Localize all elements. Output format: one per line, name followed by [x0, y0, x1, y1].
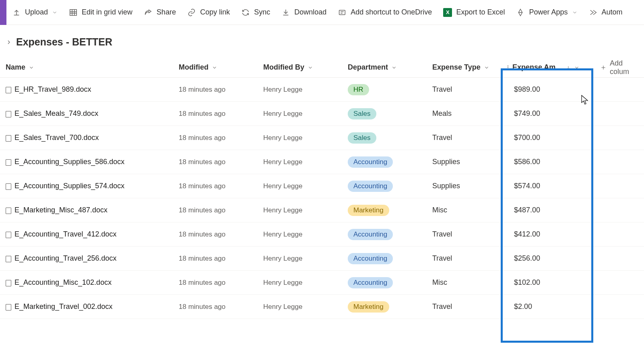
power-apps-button[interactable]: Power Apps: [510, 0, 583, 25]
column-grip-icon: [507, 63, 509, 72]
department-cell: Marketing: [342, 301, 427, 313]
file-name: E_Accounting_Supplies_574.docx: [14, 182, 124, 190]
col-modified-label: Modified: [179, 63, 208, 72]
grid-icon: [69, 8, 78, 17]
command-bar: Upload Edit in grid view Share Copy link…: [0, 0, 644, 25]
modified-by-cell: Henry Legge: [258, 158, 342, 166]
col-name[interactable]: Name: [0, 63, 173, 72]
edit-grid-label: Edit in grid view: [82, 8, 132, 16]
file-name-cell[interactable]: E_Accounting_Misc_102.docx: [0, 278, 173, 287]
upload-icon: [12, 8, 21, 17]
table-row[interactable]: E_Marketing_Travel_002.docx18 minutes ag…: [0, 295, 644, 319]
table-row[interactable]: E_Accounting_Misc_102.docx18 minutes ago…: [0, 271, 644, 295]
file-name-cell[interactable]: E_Marketing_Travel_002.docx: [0, 302, 173, 311]
document-icon: [6, 86, 11, 93]
brand-color-stub: [0, 0, 6, 25]
add-column-button[interactable]: Add colum: [594, 59, 644, 76]
add-shortcut-label: Add shortcut to OneDrive: [351, 8, 432, 16]
svg-rect-1: [339, 10, 345, 14]
modified-cell: 18 minutes ago: [173, 110, 258, 118]
file-name-cell[interactable]: E_Accounting_Supplies_586.docx: [0, 158, 173, 166]
document-icon: [6, 304, 11, 310]
excel-icon: X: [443, 8, 452, 17]
file-name: E_Accounting_Supplies_586.docx: [14, 158, 124, 166]
table-row[interactable]: E_Accounting_Travel_256.docx18 minutes a…: [0, 247, 644, 271]
download-button[interactable]: Download: [276, 0, 332, 25]
table-row[interactable]: E_Sales_Meals_749.docx18 minutes agoHenr…: [0, 102, 644, 126]
export-excel-label: Export to Excel: [456, 8, 505, 16]
table-row[interactable]: E_Sales_Travel_700.docx18 minutes agoHen…: [0, 126, 644, 150]
file-name-cell[interactable]: E_Accounting_Travel_412.docx: [0, 230, 173, 239]
file-name-cell[interactable]: E_Sales_Meals_749.docx: [0, 109, 173, 118]
modified-by-cell: Henry Legge: [258, 86, 342, 94]
department-pill: Marketing: [348, 205, 389, 216]
document-icon: [6, 135, 11, 141]
table-row[interactable]: E_HR_Travel_989.docx18 minutes agoHenry …: [0, 78, 644, 102]
share-button[interactable]: Share: [138, 0, 182, 25]
col-department-label: Department: [348, 63, 388, 72]
automate-label: Autom: [602, 8, 623, 16]
table-row[interactable]: E_Accounting_Supplies_586.docx18 minutes…: [0, 150, 644, 174]
automate-icon: [589, 8, 598, 17]
upload-button[interactable]: Upload: [6, 0, 63, 25]
file-name-cell[interactable]: E_Accounting_Supplies_574.docx: [0, 182, 173, 190]
automate-button[interactable]: Autom: [583, 0, 628, 25]
col-expense-type-label: Expense Type: [432, 63, 481, 72]
chevron-down-icon: [29, 65, 34, 70]
expense-amount-cell: $2.00: [501, 302, 594, 311]
copy-link-button[interactable]: Copy link: [182, 0, 235, 25]
col-expense-type[interactable]: Expense Type: [427, 63, 501, 72]
table-row[interactable]: E_Marketing_Misc_487.docx18 minutes agoH…: [0, 198, 644, 222]
edit-grid-button[interactable]: Edit in grid view: [63, 0, 138, 25]
chevron-down-icon: [572, 10, 578, 15]
document-icon: [6, 231, 11, 238]
col-department[interactable]: Department: [342, 63, 427, 72]
col-modified-by[interactable]: Modified By: [258, 63, 342, 72]
expense-type-cell: Travel: [427, 254, 501, 263]
file-name: E_Accounting_Travel_256.docx: [14, 254, 117, 263]
power-apps-label: Power Apps: [529, 8, 568, 16]
document-icon: [6, 207, 11, 214]
share-icon: [144, 8, 153, 17]
department-pill: Accounting: [348, 156, 393, 168]
modified-cell: 18 minutes ago: [173, 158, 258, 166]
department-cell: Accounting: [342, 181, 427, 192]
modified-cell: 18 minutes ago: [173, 206, 258, 214]
power-apps-icon: [516, 8, 525, 17]
expense-type-cell: Meals: [427, 109, 501, 118]
col-expense-amount-label: Expense Am…: [512, 63, 563, 72]
add-shortcut-button[interactable]: Add shortcut to OneDrive: [332, 0, 438, 25]
file-name: E_Accounting_Travel_412.docx: [14, 230, 117, 239]
modified-by-cell: Henry Legge: [258, 230, 342, 239]
document-icon: [6, 280, 11, 286]
department-pill: Sales: [348, 108, 376, 119]
modified-by-cell: Henry Legge: [258, 110, 342, 118]
modified-by-cell: Henry Legge: [258, 303, 342, 311]
expense-amount-cell: $700.00: [501, 134, 594, 142]
modified-cell: 18 minutes ago: [173, 279, 258, 287]
add-column-label: Add colum: [610, 59, 644, 76]
file-name-cell[interactable]: E_HR_Travel_989.docx: [0, 85, 173, 94]
col-expense-amount[interactable]: Expense Am…: [501, 63, 594, 72]
file-name-cell[interactable]: E_Marketing_Misc_487.docx: [0, 206, 173, 214]
department-cell: Accounting: [342, 229, 427, 240]
upload-label: Upload: [25, 8, 48, 16]
document-icon: [6, 255, 11, 262]
col-name-label: Name: [6, 63, 25, 72]
file-name-cell[interactable]: E_Accounting_Travel_256.docx: [0, 254, 173, 263]
chevron-right-icon: [6, 39, 12, 45]
expense-type-cell: Travel: [427, 85, 501, 94]
department-pill: Accounting: [348, 277, 393, 288]
modified-cell: 18 minutes ago: [173, 86, 258, 94]
export-excel-button[interactable]: X Export to Excel: [438, 0, 510, 25]
sync-icon: [241, 8, 250, 17]
modified-by-cell: Henry Legge: [258, 279, 342, 287]
copy-link-label: Copy link: [200, 8, 230, 16]
table-row[interactable]: E_Accounting_Travel_412.docx18 minutes a…: [0, 222, 644, 247]
file-name-cell[interactable]: E_Sales_Travel_700.docx: [0, 134, 173, 142]
document-icon: [6, 111, 11, 117]
col-modified[interactable]: Modified: [173, 63, 258, 72]
table-row[interactable]: E_Accounting_Supplies_574.docx18 minutes…: [0, 174, 644, 198]
sync-button[interactable]: Sync: [235, 0, 276, 25]
department-cell: Accounting: [342, 253, 427, 264]
